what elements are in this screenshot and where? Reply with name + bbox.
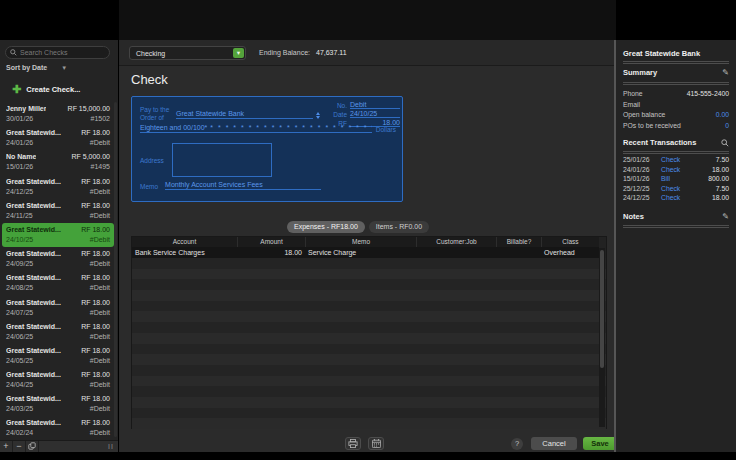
search-input[interactable] bbox=[20, 49, 100, 56]
tab-label: Items - RF0.00 bbox=[376, 223, 422, 230]
transaction-type: Check bbox=[661, 185, 716, 195]
check-item-payee: Great Statewid... bbox=[6, 201, 61, 211]
table-empty-rows bbox=[132, 258, 606, 429]
cell-account[interactable]: Bank Service Charges bbox=[132, 247, 237, 258]
check-list-item[interactable]: Great Statewid... RF 18.00 24/05/25 #Deb… bbox=[2, 344, 114, 368]
sidebar-toolbar: + − II bbox=[0, 440, 118, 452]
table-header-cell: Class bbox=[541, 237, 599, 247]
check-list-item[interactable]: Great Statewid... RF 18.00 24/12/25 #Deb… bbox=[2, 175, 114, 199]
check-item-payee: Great Statewid... bbox=[6, 225, 61, 235]
summary-section-header: Summary ✎ bbox=[623, 68, 729, 77]
cell-memo[interactable]: Service Charge bbox=[305, 247, 416, 258]
check-item-amount: RF 18.00 bbox=[81, 370, 110, 380]
duplicate-button[interactable] bbox=[26, 441, 39, 452]
check-item-amount: RF 5,000.00 bbox=[71, 152, 110, 162]
check-item-amount: RF 15,000.00 bbox=[68, 104, 110, 114]
check-item-date: 24/11/25 bbox=[6, 211, 33, 221]
address-field[interactable] bbox=[172, 143, 272, 177]
calendar-button[interactable] bbox=[368, 437, 384, 450]
transaction-row[interactable]: 25/12/25 Check 7.50 bbox=[623, 185, 729, 195]
payee-field[interactable]: Great Statewide Bank bbox=[176, 110, 313, 119]
check-item-number: #Debit bbox=[90, 259, 110, 269]
search-field[interactable] bbox=[5, 46, 110, 59]
memo-field[interactable]: Monthly Account Services Fees bbox=[165, 181, 321, 190]
check-list-item[interactable]: Great Statewid... RF 18.00 24/03/25 #Deb… bbox=[2, 392, 114, 416]
save-button[interactable]: Save bbox=[583, 437, 617, 450]
transaction-row[interactable]: 15/01/26 Bill 800.00 bbox=[623, 175, 729, 185]
cell-class[interactable]: Overhead bbox=[541, 247, 599, 258]
table-scrollbar-thumb[interactable] bbox=[600, 250, 604, 368]
check-list-item[interactable]: Great Statewid... RF 18.00 24/09/25 #Deb… bbox=[2, 247, 114, 271]
notes-section-header: Notes ✎ bbox=[623, 212, 729, 221]
fill-stars: * * * * * * * * * * * * * * * * * * * * … bbox=[210, 124, 371, 131]
table-empty-row bbox=[132, 354, 606, 365]
cell-amount[interactable]: 18.00 bbox=[237, 247, 305, 258]
check-item-number: #Debit bbox=[90, 308, 110, 318]
payee-stepper-icon[interactable] bbox=[316, 112, 320, 119]
transaction-row[interactable]: 25/01/26 Check 7.50 bbox=[623, 156, 729, 166]
check-item-date: 24/09/25 bbox=[6, 259, 33, 269]
table-header-cell: Memo bbox=[305, 237, 416, 247]
check-date-field[interactable]: 24/10/25 bbox=[350, 110, 400, 118]
transaction-row[interactable]: 24/12/25 Check 18.00 bbox=[623, 194, 729, 204]
check-item-payee: Great Statewid... bbox=[6, 394, 61, 404]
tab[interactable]: Items - RF0.00 bbox=[369, 221, 429, 233]
check-list-item[interactable]: No Name RF 5,000.00 15/01/26 #1495 bbox=[2, 150, 114, 174]
add-check-button[interactable]: + bbox=[0, 441, 13, 452]
check-item-amount: RF 18.00 bbox=[81, 418, 110, 428]
check-list-item[interactable]: Great Statewid... RF 18.00 24/07/25 #Deb… bbox=[2, 296, 114, 320]
tab[interactable]: Expenses - RF18.00 bbox=[287, 221, 365, 233]
plus-icon: ✚ bbox=[12, 84, 21, 94]
table-scrollbar[interactable] bbox=[599, 248, 605, 427]
table-empty-row bbox=[132, 397, 606, 408]
check-item-amount: RF 18.00 bbox=[81, 322, 110, 332]
divider bbox=[623, 151, 729, 154]
expense-item-tabs: Expenses - RF18.00 Items - RF0.00 bbox=[287, 221, 429, 233]
check-no-field[interactable]: Debit bbox=[350, 101, 400, 109]
check-list-item[interactable]: Jenny Miller RF 15,000.00 30/01/26 #1502 bbox=[2, 102, 114, 126]
table-header-cell: Amount bbox=[237, 237, 305, 247]
divider bbox=[623, 82, 729, 85]
remove-check-button[interactable]: − bbox=[13, 441, 26, 452]
check-list-item[interactable]: Great Statewid... RF 18.00 24/11/25 #Deb… bbox=[2, 199, 114, 223]
check-list-item[interactable]: Great Statewid... RF 18.00 24/02/24 #Deb… bbox=[2, 416, 114, 440]
create-check-button[interactable]: ✚ Create Check... bbox=[12, 84, 80, 94]
help-button[interactable]: ? bbox=[511, 438, 523, 450]
check-list-item[interactable]: Great Statewid... RF 18.00 24/08/25 #Deb… bbox=[2, 271, 114, 295]
cell-billable[interactable] bbox=[496, 247, 541, 258]
check-date-label: Date bbox=[325, 111, 347, 118]
table-empty-row bbox=[132, 408, 606, 419]
bank-account-dropdown[interactable]: Checking ▼ bbox=[129, 46, 246, 60]
table-row[interactable]: Bank Service Charges 18.00 Service Charg… bbox=[132, 247, 599, 258]
check-list-item[interactable]: Great Statewid... RF 18.00 24/06/25 #Deb… bbox=[2, 320, 114, 344]
edit-summary-icon[interactable]: ✎ bbox=[722, 68, 729, 77]
check-list-item[interactable]: Great Statewid... RF 18.00 24/01/26 #Deb… bbox=[2, 126, 114, 150]
check-item-number: #Debit bbox=[90, 211, 110, 221]
transaction-row[interactable]: 24/01/26 Check 18.00 bbox=[623, 166, 729, 176]
vendor-name: Great Statewide Bank bbox=[623, 49, 700, 58]
check-list-item[interactable]: Great Statewid... RF 18.00 24/04/25 #Deb… bbox=[2, 368, 114, 392]
page-title: Check bbox=[131, 72, 168, 87]
check-list-item[interactable]: Great Statewid... RF 18.00 24/10/25 #Deb… bbox=[2, 223, 114, 247]
field-value: 0.00 bbox=[716, 111, 729, 122]
address-label: Address bbox=[140, 157, 164, 164]
check-item-amount: RF 18.00 bbox=[81, 273, 110, 283]
check-list-sidebar: Sort by Date▼ ✚ Create Check... Jenny Mi… bbox=[0, 40, 118, 452]
check-item-number: #1495 bbox=[91, 162, 110, 172]
window-titlebar-area bbox=[119, 0, 616, 40]
cancel-button[interactable]: Cancel bbox=[531, 437, 577, 450]
edit-notes-icon[interactable]: ✎ bbox=[722, 212, 729, 221]
sidebar-scrollbar[interactable] bbox=[114, 102, 117, 437]
amount-in-words-row: Eighteen and 00/100** * * * * * * * * * … bbox=[140, 124, 396, 133]
printer-icon bbox=[348, 439, 358, 448]
search-transactions-icon[interactable] bbox=[721, 139, 729, 147]
print-button[interactable] bbox=[345, 437, 361, 450]
recent-transactions-label: Recent Transactions bbox=[623, 138, 696, 147]
check-item-date: 24/04/25 bbox=[6, 380, 33, 390]
pane-resize-handle[interactable]: II bbox=[108, 443, 114, 450]
transaction-date: 24/01/26 bbox=[623, 166, 661, 176]
cell-customer-job[interactable] bbox=[416, 247, 496, 258]
transaction-date: 25/12/25 bbox=[623, 185, 661, 195]
sort-by-dropdown[interactable]: Sort by Date▼ bbox=[6, 64, 112, 71]
summary-fields: Phone 415-555-2400 Email Open balance 0.… bbox=[623, 90, 729, 132]
